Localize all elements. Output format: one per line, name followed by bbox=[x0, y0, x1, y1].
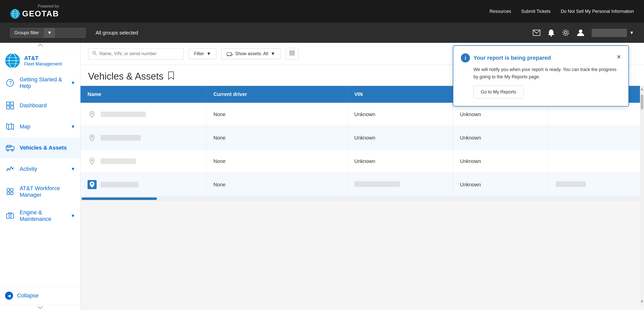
settings-icon-button[interactable] bbox=[562, 29, 570, 37]
activity-expand-icon: ▼ bbox=[71, 166, 75, 172]
vehicle-name-blurred bbox=[101, 135, 141, 141]
sidebar-scroll-down[interactable] bbox=[0, 305, 80, 310]
row3-serial-cell bbox=[548, 150, 644, 173]
att-logo-area: AT&T Fleet Management bbox=[0, 48, 80, 71]
sidebar-item-activity[interactable]: Activity ▼ bbox=[0, 158, 80, 180]
row2-driver-cell: None bbox=[206, 126, 347, 150]
sidebar-collapse-button[interactable]: ◀ Collapse bbox=[0, 286, 80, 305]
col-vin: VIN bbox=[347, 86, 453, 103]
sidebar-item-vehicles-assets[interactable]: Vehicles & Assets bbox=[0, 137, 80, 158]
horizontal-scrollbar[interactable] bbox=[80, 196, 644, 201]
top-bar-links: Resources Submit Tickets Do Not Sell My … bbox=[490, 9, 634, 14]
row2-vin-cell: Unknown bbox=[347, 126, 453, 150]
collapse-label: Collapse bbox=[17, 292, 39, 299]
collapse-arrow-icon: ◀ bbox=[5, 292, 13, 300]
sidebar-item-map[interactable]: Map ▼ bbox=[0, 116, 80, 137]
sidebar-scroll-up[interactable] bbox=[0, 43, 80, 48]
notif-close-button[interactable]: × bbox=[617, 53, 621, 60]
activity-icon bbox=[5, 164, 15, 174]
filter-button[interactable]: Filter ▼ bbox=[189, 48, 216, 59]
scroll-down-arrow[interactable]: ▼ bbox=[639, 298, 644, 304]
engine-expand-icon: ▼ bbox=[71, 213, 75, 219]
notif-header: i Your report is being prepared × bbox=[461, 53, 621, 62]
engine-icon bbox=[5, 211, 15, 221]
row3-driver-cell: None bbox=[206, 150, 347, 173]
vertical-scrollbar[interactable]: ▲ ▼ bbox=[640, 86, 644, 305]
getting-started-expand-icon: ▼ bbox=[71, 80, 75, 86]
att-brand-text: AT&T Fleet Management bbox=[24, 55, 62, 67]
list-view-button[interactable] bbox=[286, 48, 299, 60]
search-input-wrap[interactable] bbox=[88, 48, 184, 59]
workforce-icon bbox=[5, 187, 15, 197]
row4-driver-cell: None bbox=[206, 173, 347, 196]
sidebar-item-dashboard[interactable]: Dashboard bbox=[0, 95, 80, 116]
resources-link[interactable]: Resources bbox=[490, 9, 511, 14]
sidebar: AT&T Fleet Management ? Getting Started … bbox=[0, 43, 80, 310]
powered-by-text: Powered by bbox=[38, 4, 59, 9]
filter-dropdown-icon: ▼ bbox=[207, 51, 211, 56]
pin-icon bbox=[88, 133, 97, 142]
row1-vin-cell: Unknown bbox=[347, 103, 453, 126]
svg-point-46 bbox=[91, 136, 93, 138]
vehicle-name-blurred bbox=[101, 158, 136, 164]
main-layout: AT&T Fleet Management ? Getting Started … bbox=[0, 43, 644, 310]
att-name: AT&T bbox=[24, 55, 62, 61]
svg-text:?: ? bbox=[9, 80, 12, 85]
col-current-driver: Current driver bbox=[206, 86, 347, 103]
user-dropdown-arrow: ▼ bbox=[629, 30, 634, 36]
table-row: None Unknown Unknown bbox=[80, 126, 644, 150]
geotab-logo: Powered by GEOTAB bbox=[10, 4, 59, 19]
svg-rect-18 bbox=[11, 102, 14, 105]
go-to-my-reports-label: Go to My Reports bbox=[481, 89, 516, 94]
show-assets-expand-icon: ▼ bbox=[271, 51, 275, 56]
svg-marker-21 bbox=[7, 124, 14, 130]
svg-point-47 bbox=[91, 160, 93, 161]
pin-icon bbox=[88, 110, 97, 119]
main-content: Filter ▼ Show assets: All ▼ Vehicles & A… bbox=[80, 43, 644, 310]
row4-vin-cell bbox=[347, 173, 453, 196]
svg-point-26 bbox=[7, 150, 9, 151]
show-assets-label: Show assets: All bbox=[235, 51, 268, 56]
row3-vin-cell: Unknown bbox=[347, 150, 453, 173]
att-globe-icon bbox=[5, 53, 20, 68]
svg-marker-38 bbox=[231, 53, 232, 55]
svg-rect-32 bbox=[7, 214, 14, 218]
map-icon bbox=[5, 122, 15, 132]
user-name-button[interactable]: ▼ bbox=[592, 29, 634, 37]
report-notification-popup: i Your report is being prepared × We wil… bbox=[453, 45, 629, 107]
workforce-manager-label: AT&T Workforce Manager bbox=[20, 185, 75, 198]
user-icon-button[interactable] bbox=[577, 29, 584, 37]
sidebar-item-workforce-manager[interactable]: AT&T Workforce Manager bbox=[0, 180, 80, 204]
bell-icon-button[interactable] bbox=[548, 29, 554, 37]
row3-license-cell: Unknown bbox=[453, 150, 548, 173]
page-title-text: Vehicles & Assets bbox=[88, 71, 164, 82]
svg-rect-30 bbox=[7, 192, 10, 195]
svg-point-7 bbox=[565, 31, 567, 34]
svg-point-8 bbox=[563, 30, 569, 36]
horizontal-scroll-thumb bbox=[82, 197, 157, 200]
search-input[interactable] bbox=[99, 51, 179, 56]
submit-tickets-link[interactable]: Submit Tickets bbox=[521, 9, 551, 14]
row1-name-cell bbox=[80, 103, 206, 126]
svg-rect-20 bbox=[11, 106, 14, 109]
sidebar-item-getting-started[interactable]: ? Getting Started & Help ▼ bbox=[0, 71, 80, 95]
pin-icon-active bbox=[88, 180, 97, 189]
engine-maintenance-label: Engine & Maintenance bbox=[20, 209, 66, 222]
notif-body: We will notify you when your report is r… bbox=[473, 66, 621, 81]
go-to-my-reports-button[interactable]: Go to My Reports bbox=[473, 86, 524, 98]
show-assets-button[interactable]: Show assets: All ▼ bbox=[221, 48, 280, 59]
do-not-sell-link[interactable]: Do Not Sell My Personal Information bbox=[561, 9, 634, 14]
brand-name: GEOTAB bbox=[22, 9, 59, 18]
row1-driver-cell: None bbox=[206, 103, 347, 126]
vehicles-assets-label: Vehicles & Assets bbox=[20, 145, 75, 151]
groups-filter-button[interactable]: Groups filter ▼ bbox=[10, 28, 86, 38]
scroll-up-arrow[interactable]: ▲ bbox=[639, 86, 644, 92]
pin-icon bbox=[88, 157, 97, 166]
geotab-globe-icon bbox=[10, 9, 20, 19]
row4-name-cell bbox=[80, 173, 206, 196]
sidebar-item-engine-maintenance[interactable]: Engine & Maintenance ▼ bbox=[0, 204, 80, 228]
filter-bar: Groups filter ▼ All groups selected bbox=[0, 23, 644, 43]
dashboard-label: Dashboard bbox=[20, 102, 75, 109]
mail-icon-button[interactable] bbox=[533, 30, 540, 36]
vehicle-name-blurred bbox=[101, 182, 138, 187]
